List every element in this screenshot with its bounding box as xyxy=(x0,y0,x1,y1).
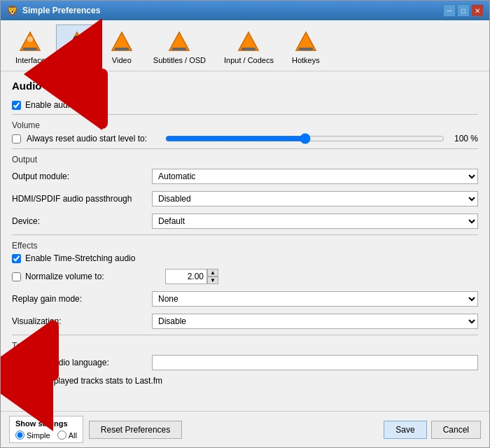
volume-reset-row: Always reset audio start level to: 100 % xyxy=(12,133,478,144)
subtitles-label: Subtitles / OSD xyxy=(153,56,206,64)
main-window: 🦁 Simple Preferences ─ □ ✕ Interface xyxy=(0,0,490,448)
save-button[interactable]: Save xyxy=(384,421,426,439)
svg-rect-7 xyxy=(79,41,81,45)
hdmi-select[interactable]: Disabled Enabled xyxy=(152,191,478,206)
always-reset-checkbox[interactable] xyxy=(12,134,21,144)
effects-group-label: Effects xyxy=(12,241,478,251)
visualization-row: Visualization: Disable Spectrometer Scop… xyxy=(12,312,478,330)
simple-radio-label[interactable]: Simple xyxy=(15,430,50,440)
nav-hotkeys[interactable]: Hotkeys xyxy=(284,24,328,71)
visualization-control: Disable Spectrometer Scope xyxy=(152,314,478,329)
normalize-input[interactable] xyxy=(165,269,207,284)
svg-rect-6 xyxy=(73,41,75,45)
hotkeys-icon xyxy=(293,29,318,55)
device-select[interactable]: Default xyxy=(152,214,478,229)
input-label: Input / Codecs xyxy=(224,56,274,64)
simple-radio[interactable] xyxy=(15,430,24,440)
normalize-up-btn[interactable]: ▲ xyxy=(207,269,218,276)
submit-stats-row: Submit played tracks stats to Last.fm xyxy=(12,376,478,386)
preferred-language-label: Preferred audio language: xyxy=(12,358,152,368)
replay-gain-control: None Track Album xyxy=(152,291,478,307)
visualization-label: Visualization: xyxy=(12,316,152,326)
enable-audio-checkbox[interactable] xyxy=(12,101,21,110)
submit-stats-label: Submit played tracks stats to Last.fm xyxy=(25,376,162,386)
device-control: Default xyxy=(152,214,478,229)
svg-rect-4 xyxy=(70,48,84,50)
output-group-label: Output xyxy=(12,155,478,164)
svg-rect-9 xyxy=(115,48,129,50)
bottom-right-controls: Save Cancel xyxy=(384,421,481,439)
volume-group-label: Volume xyxy=(12,120,478,130)
enable-audio-label: Enable audio xyxy=(25,100,74,110)
replay-gain-select[interactable]: None Track Album xyxy=(152,291,478,307)
normalize-checkbox[interactable] xyxy=(12,272,21,281)
hdmi-label: HDMI/SPDIF audio passthrough xyxy=(12,194,152,204)
preferred-language-input[interactable] xyxy=(152,355,478,370)
volume-slider[interactable] xyxy=(165,133,444,144)
time-stretching-label: Enable Time-Stretching audio xyxy=(25,253,135,263)
normalize-row: Normalize volume to: ▲ ▼ xyxy=(12,267,478,286)
hdmi-row: HDMI/SPDIF audio passthrough Disabled En… xyxy=(12,190,478,208)
title-icon: 🦁 xyxy=(6,5,18,16)
output-module-control: Automatic DirectSound WaveOut xyxy=(152,169,478,184)
normalize-down-btn[interactable]: ▼ xyxy=(207,276,218,284)
subtitles-icon xyxy=(167,29,192,55)
svg-point-2 xyxy=(27,36,33,42)
video-icon xyxy=(109,29,134,55)
nav-video[interactable]: Video xyxy=(101,24,143,71)
replay-gain-label: Replay gain mode: xyxy=(12,294,152,304)
title-bar: 🦁 Simple Preferences ─ □ ✕ xyxy=(1,1,489,20)
device-row: Device: Default xyxy=(12,212,478,230)
hotkeys-label: Hotkeys xyxy=(292,56,320,64)
interface-icon xyxy=(18,29,43,55)
audio-icon xyxy=(64,29,90,55)
submit-stats-checkbox[interactable] xyxy=(12,377,21,386)
all-radio-label[interactable]: All xyxy=(57,430,77,440)
time-stretching-row: Enable Time-Stretching audio xyxy=(12,253,478,263)
replay-gain-row: Replay gain mode: None Track Album xyxy=(12,290,478,308)
bottom-bar: Show settings Simple All Reset Preferenc… xyxy=(1,411,489,447)
tracks-group-label: Tracks xyxy=(12,341,478,351)
svg-rect-15 xyxy=(299,48,313,50)
output-module-label: Output module: xyxy=(12,172,152,181)
radio-row: Simple All xyxy=(15,430,77,440)
video-label: Video xyxy=(112,56,132,64)
normalize-spinbox: ▲ ▼ xyxy=(165,269,218,284)
audio-label: Audio xyxy=(67,56,87,64)
visualization-select[interactable]: Disable Spectrometer Scope xyxy=(152,314,478,329)
show-settings-label: Show settings xyxy=(15,419,77,428)
close-button[interactable]: ✕ xyxy=(471,4,484,17)
hdmi-control: Disabled Enabled xyxy=(152,191,478,206)
preferred-language-control xyxy=(152,355,478,370)
content-area: Audio Settings Enable audio Volume Alway… xyxy=(1,71,489,411)
device-label: Device: xyxy=(12,216,152,226)
section-title: Audio Settings xyxy=(12,80,478,92)
nav-subtitles[interactable]: Subtitles / OSD xyxy=(146,24,214,71)
nav-input[interactable]: Input / Codecs xyxy=(216,24,281,71)
window-title: Simple Preferences xyxy=(22,6,100,15)
input-icon xyxy=(236,29,261,55)
preferred-language-row: Preferred audio language: xyxy=(12,354,478,372)
maximize-button[interactable]: □ xyxy=(457,4,470,17)
svg-rect-13 xyxy=(241,48,255,50)
nav-audio[interactable]: Audio xyxy=(56,24,98,71)
minimize-button[interactable]: ─ xyxy=(443,4,456,17)
interface-label: Interface xyxy=(15,56,46,64)
enable-audio-row: Enable audio xyxy=(12,100,478,110)
reset-preferences-button[interactable]: Reset Preferences xyxy=(89,421,182,439)
output-module-row: Output module: Automatic DirectSound Wav… xyxy=(12,167,478,186)
window-controls: ─ □ ✕ xyxy=(443,4,484,17)
svg-rect-1 xyxy=(23,48,37,50)
output-module-select[interactable]: Automatic DirectSound WaveOut xyxy=(152,169,478,184)
time-stretching-checkbox[interactable] xyxy=(12,254,21,263)
volume-value: 100 % xyxy=(450,134,478,144)
nav-interface[interactable]: Interface xyxy=(8,24,53,71)
normalize-label: Normalize volume to: xyxy=(25,272,165,281)
show-settings-box: Show settings Simple All xyxy=(9,416,83,443)
all-radio[interactable] xyxy=(57,430,66,440)
always-reset-label: Always reset audio start level to: xyxy=(27,134,160,144)
cancel-button[interactable]: Cancel xyxy=(431,421,481,439)
svg-rect-11 xyxy=(172,48,186,50)
nav-bar: Interface Audio xyxy=(1,20,489,71)
